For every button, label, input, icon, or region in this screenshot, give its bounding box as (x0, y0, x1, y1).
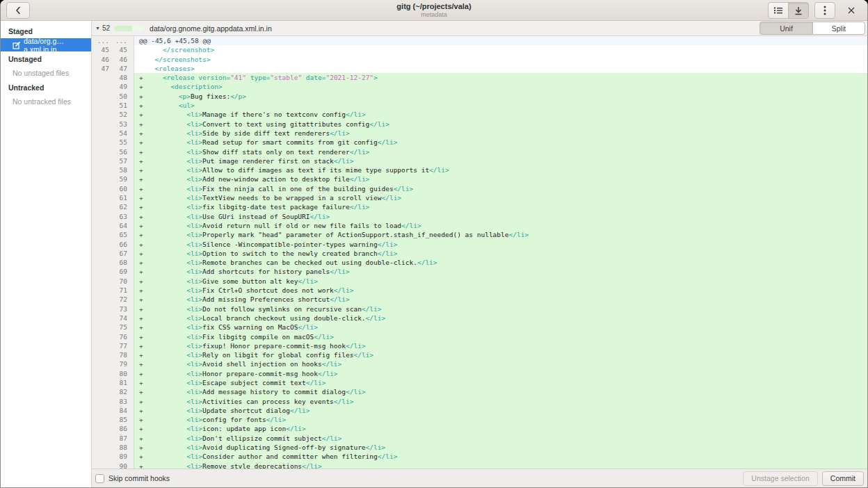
diff-line[interactable]: 69+ <li>Add shortcuts for history panels… (92, 267, 867, 276)
split-view-button[interactable]: Split (812, 22, 865, 35)
old-line-number (92, 212, 109, 221)
diff-line[interactable]: 79+ <li>Avoid shell injection on hooks</… (92, 359, 867, 368)
line-content: </screenshots> (134, 55, 867, 64)
new-line-number: 75 (109, 323, 127, 332)
sidebar-item-staged-file[interactable]: data/org.g…a.xml.in.in (1, 38, 91, 51)
diff-line[interactable]: 83+ <li>Activities can process key event… (92, 397, 867, 406)
diff-line[interactable]: 89+ <li>Consider author and committer wh… (92, 452, 867, 461)
new-line-number: 53 (109, 120, 127, 129)
diff-line[interactable]: 56+ <li>Show diff stats only on text ren… (92, 147, 867, 156)
diff-line[interactable]: 50+ <p>Bug fixes:</p> (92, 92, 867, 101)
diff-line[interactable]: 55+ <li>Read setup for smart commits fro… (92, 138, 867, 147)
diff-line[interactable]: 73+ <li>Do not follow symlinks on recurs… (92, 304, 867, 314)
diff-line[interactable]: 84+ <li>Update shortcut dialog</li> (92, 406, 867, 415)
window-subtitle: metadata (1, 11, 867, 19)
diff-line[interactable]: 74+ <li>Local branch checkout using doub… (92, 314, 867, 323)
diff-line[interactable]: 4646 </screenshots> (92, 55, 867, 64)
diff-line[interactable]: 82+ <li>Add message history to commit di… (92, 387, 867, 396)
diff-line[interactable]: 75+ <li>fix CSS warning on MacOS</li> (92, 323, 867, 332)
diff-line[interactable]: 57+ <li>Put image renderer first on stac… (92, 156, 867, 165)
diff-line[interactable]: 64+ <li>Avoid return null if old or new … (92, 221, 867, 230)
new-line-number: 72 (109, 295, 127, 304)
diff-line[interactable]: 65+ <li>Properly mark "head" parameter o… (92, 230, 867, 239)
commit-button[interactable]: Commit (822, 471, 864, 486)
diff-line[interactable]: 70+ <li>Give some button alt key</li> (92, 277, 867, 286)
diff-line[interactable]: 61+ <li>TextView needs to be wrapped in … (92, 193, 867, 202)
line-number-gutter: 4646 (92, 55, 134, 64)
old-line-number (92, 397, 109, 406)
old-line-number (92, 406, 109, 415)
line-number-gutter: 49 (92, 82, 134, 91)
list-view-button[interactable] (768, 2, 789, 19)
back-button[interactable] (6, 2, 30, 19)
line-content: + <li>Remote branches can be checked out… (134, 258, 867, 267)
diff-line[interactable]: 68+ <li>Remote branches can be checked o… (92, 258, 867, 267)
window-title: gitg (~/projects/vala) (1, 1, 867, 11)
diff-line[interactable]: 86+ <li>icon: update app icon</li> (92, 424, 867, 433)
new-line-number: 51 (109, 101, 127, 110)
skip-commit-hooks-checkbox[interactable] (95, 474, 104, 483)
diff-line[interactable]: 81+ <li>Escape subject commit text</li> (92, 378, 867, 387)
diff-hunk-header[interactable]: ......@@ -45,6 +45,58 @@ (92, 36, 867, 45)
old-line-number: 46 (92, 55, 109, 64)
diff-line[interactable]: 59+ <li>Add new-window action to desktop… (92, 174, 867, 184)
diff-line[interactable]: 54+ <li>Side by side diff text renderers… (92, 129, 867, 138)
diff-mode-toggle: Unif Split (760, 22, 865, 35)
line-number-gutter: 81 (92, 378, 134, 387)
line-number-gutter: 50 (92, 92, 134, 101)
edit-pencil-icon (13, 41, 21, 49)
diff-line[interactable]: 58+ <li>Allow to diff images as text if … (92, 165, 867, 174)
line-number-gutter: 4747 (92, 64, 134, 73)
diff-line[interactable]: 71+ <li>Fix Ctrl+O shortcut does not wor… (92, 286, 867, 295)
line-number-gutter: 56 (92, 147, 134, 156)
line-content: + <li>Avoid return null if old or new fi… (134, 221, 867, 230)
line-number-gutter: 62 (92, 202, 134, 211)
new-line-number: 79 (109, 359, 127, 368)
unified-view-button[interactable]: Unif (760, 22, 812, 35)
line-content: + <li>fix CSS warning on MacOS</li> (134, 323, 867, 332)
old-line-number (92, 462, 109, 469)
line-content: <releases> (134, 64, 867, 73)
new-line-number: 81 (109, 378, 127, 387)
diff-line[interactable]: 48+ <release version="41" type="stable" … (92, 73, 867, 82)
diff-line[interactable]: 4747 <releases> (92, 64, 867, 73)
diff-line[interactable]: 51+ <ul> (92, 101, 867, 110)
line-number-gutter: 70 (92, 277, 134, 286)
diff-line[interactable]: 88+ <li>Avoid duplicating Signed-off-by … (92, 443, 867, 452)
diff-line[interactable]: 77+ <li>fixup! Honor prepare-commit-msg … (92, 341, 867, 350)
diff-line[interactable]: 85+ <li>config for fonts</li> (92, 415, 867, 424)
file-view-button[interactable] (788, 2, 809, 19)
diff-line[interactable]: 87+ <li>Don't ellipsize commit subject</… (92, 434, 867, 443)
diff-line[interactable]: 76+ <li>Fix libgitg compile on macOS</li… (92, 332, 867, 341)
old-line-number: 45 (92, 45, 109, 54)
new-line-number: 89 (109, 452, 127, 461)
skip-commit-hooks-option[interactable]: Skip commit hooks (95, 474, 170, 483)
diff-line[interactable]: 66+ <li>Silence -Wincompatible-pointer-t… (92, 240, 867, 249)
diff-line[interactable]: 53+ <li>Convert to text using gitattribu… (92, 120, 867, 129)
close-button[interactable] (841, 2, 862, 19)
old-line-number (92, 378, 109, 387)
diff-line[interactable]: 52+ <li>Manage if there's no textconv co… (92, 110, 867, 119)
headerbar: gitg (~/projects/vala) metadata (1, 0, 867, 21)
line-content: + <li>Properly mark "head" parameter of … (134, 230, 867, 239)
diff-line[interactable]: 62+ <li>fix libgitg-date test package fa… (92, 202, 867, 211)
diff-line[interactable]: 49+ <description> (92, 82, 867, 91)
diff-line[interactable]: 67+ <li>Option to switch to the newly cr… (92, 249, 867, 258)
menu-button[interactable] (814, 2, 835, 19)
line-content: + <release version="41" type="stable" da… (134, 73, 867, 82)
old-line-number (92, 82, 109, 91)
diff-line[interactable]: 90+ <li>Remove style deprecations</li> (92, 462, 867, 469)
diff-line[interactable]: 78+ <li>Rely on libgit for global config… (92, 350, 867, 359)
new-line-number: 71 (109, 286, 127, 295)
diff-line[interactable]: 72+ <li>Add missing Preferences shortcut… (92, 295, 867, 304)
line-content: + <li>Activities can process key events<… (134, 397, 867, 406)
diff-line[interactable]: 80+ <li>Honor prepare-commit-msg hook</l… (92, 369, 867, 378)
diff-line[interactable]: 4545 </screenshot> (92, 45, 867, 54)
line-content: + <description> (134, 82, 867, 91)
diff-line[interactable]: 63+ <li>Use GUri instead of SoupURI</li> (92, 212, 867, 221)
expander-triangle-icon[interactable]: ▼ (95, 26, 100, 31)
line-content: + <li>fixup! Honor prepare-commit-msg ho… (134, 341, 867, 350)
old-line-number (92, 165, 109, 174)
unstage-selection-button[interactable]: Unstage selection (743, 471, 817, 486)
diff-line[interactable]: 60+ <li>Fix the ninja call in one of the… (92, 184, 867, 193)
